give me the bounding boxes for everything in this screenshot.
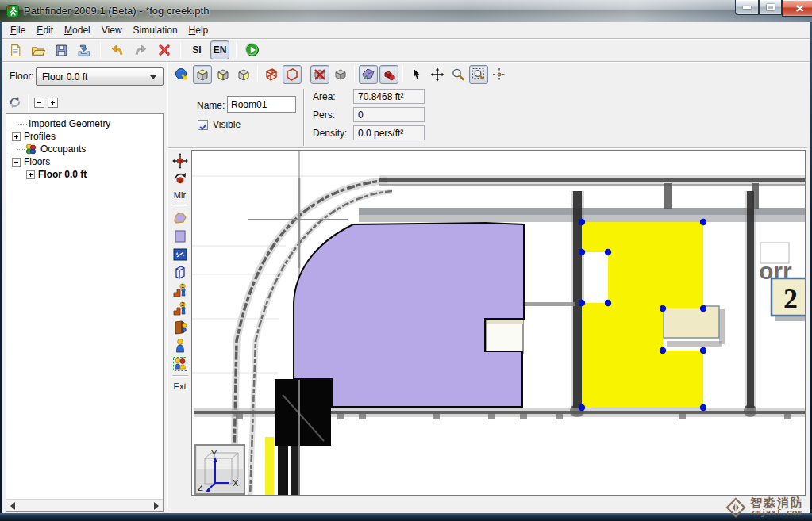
occupant-group-icon: [172, 356, 188, 372]
room-name-input[interactable]: [227, 96, 296, 113]
toolbar-separator: [28, 94, 29, 111]
stairs-tool-2[interactable]: 2: [171, 300, 190, 318]
application-window: Pathfinder 2009.1 (Beta) - *fog creek.pt…: [0, 0, 812, 521]
floorplan-canvas[interactable]: orr 2: [192, 151, 805, 495]
toolbar-separator: [100, 42, 101, 59]
door-tool[interactable]: [171, 318, 190, 336]
run-simulation-button[interactable]: [243, 40, 262, 59]
draw-rectangle-room-tool[interactable]: [171, 227, 190, 245]
tree-item-occupants[interactable]: Occupants: [17, 143, 86, 155]
mirror-tool[interactable]: Mir: [174, 188, 186, 202]
close-button[interactable]: [782, 0, 812, 17]
tree-item-imported-geometry[interactable]: Imported Geometry: [17, 117, 110, 130]
import-button[interactable]: [75, 40, 94, 59]
collapse-icon[interactable]: [12, 158, 21, 167]
wireframe-cube-icon: [264, 67, 279, 82]
occupant-icon: [172, 338, 188, 354]
delete-button[interactable]: [155, 40, 174, 59]
tree-horizontal-scrollbar[interactable]: [6, 499, 163, 511]
rectangle-room-icon: [172, 228, 188, 244]
title-bar[interactable]: Pathfinder 2009.1 (Beta) - *fog creek.pt…: [0, 0, 812, 22]
scroll-right-icon[interactable]: [154, 502, 159, 510]
minimize-icon: [743, 6, 751, 9]
palette-separator: [172, 205, 188, 206]
tree-item-floors[interactable]: Floors: [12, 155, 50, 168]
view-top-button[interactable]: [193, 65, 212, 84]
view-front-button[interactable]: [214, 65, 233, 84]
maximize-button[interactable]: [759, 0, 782, 15]
svg-text:1: 1: [181, 283, 184, 289]
delete-x-icon: [158, 44, 171, 56]
move-object-tool[interactable]: [171, 151, 190, 170]
rotate-object-tool[interactable]: [171, 170, 190, 188]
snap-point-tool-button[interactable]: [490, 65, 509, 84]
outline-view-button[interactable]: [283, 65, 302, 84]
stairs-icon: 2: [172, 301, 188, 317]
select-tool-button[interactable]: [407, 65, 426, 84]
expand-all-button[interactable]: [48, 98, 58, 108]
new-file-button[interactable]: [6, 40, 25, 59]
menu-model[interactable]: Model: [59, 23, 96, 38]
draw-polygon-room-tool[interactable]: [171, 209, 190, 227]
add-occupant-tool[interactable]: [171, 336, 190, 354]
occupants-group-icon: [25, 143, 37, 155]
add-occupant-group-tool[interactable]: [171, 354, 190, 373]
en-units-button[interactable]: EN: [210, 40, 229, 59]
menu-bar: File Edit Model View Simulation Help: [5, 23, 214, 38]
redo-button[interactable]: [131, 40, 151, 59]
extrude-box-icon: [172, 265, 188, 281]
expand-icon[interactable]: [12, 132, 21, 141]
toolbar-separator: [402, 66, 403, 82]
floor-select[interactable]: Floor 0.0 ft: [36, 67, 164, 86]
zoom-tool-button[interactable]: [448, 65, 468, 84]
move-arrows-icon: [430, 67, 444, 82]
undo-button[interactable]: [107, 40, 127, 59]
room-room01[interactable]: [294, 223, 524, 407]
draw-thin-room-tool[interactable]: [171, 245, 190, 263]
vertex-handle: [700, 305, 706, 312]
stairs-icon: 1: [172, 283, 188, 299]
tree-item-profiles[interactable]: Profiles: [12, 130, 56, 143]
collapse-all-button[interactable]: [34, 98, 44, 108]
properties-divider: [303, 89, 305, 146]
tree-item-floor-0[interactable]: Floor 0.0 ft: [26, 168, 87, 181]
visible-checkbox[interactable]: [198, 120, 208, 130]
palette-separator: [172, 375, 188, 377]
menu-edit[interactable]: Edit: [31, 23, 59, 38]
view-side-button[interactable]: [234, 65, 253, 84]
vertex-handle: [700, 219, 706, 225]
show-background-button[interactable]: [331, 65, 350, 84]
canvas-area[interactable]: orr 2: [191, 150, 806, 496]
menu-view[interactable]: View: [96, 23, 128, 38]
save-button[interactable]: [52, 40, 71, 59]
wireframe-view-button[interactable]: [262, 65, 281, 84]
extrude-room-tool[interactable]: [171, 263, 190, 282]
pan-tool-button[interactable]: [428, 65, 447, 84]
vertex-handle: [700, 404, 706, 411]
menu-help[interactable]: Help: [183, 23, 214, 38]
window-border-bottom: [0, 513, 812, 521]
tree-item-label: Occupants: [37, 144, 86, 155]
stairs-tool-1[interactable]: 1: [171, 282, 190, 300]
si-units-button[interactable]: SI: [187, 40, 206, 59]
cube-top-icon: [195, 67, 210, 82]
solid-cube-icon: [333, 67, 348, 82]
scroll-left-icon[interactable]: [10, 502, 15, 510]
extract-tool[interactable]: Ext: [174, 379, 187, 393]
divider: [168, 147, 807, 149]
tool-palette: Mir: [168, 150, 191, 496]
navigation-tree[interactable]: Imported Geometry Profiles Occupants Flo…: [6, 113, 164, 512]
move-object-icon: [172, 153, 188, 169]
show-objects-button[interactable]: [379, 65, 398, 84]
axis-y-label: Y: [211, 449, 217, 458]
open-file-button[interactable]: [29, 40, 48, 59]
expand-icon[interactable]: [26, 170, 35, 179]
orbit-view-button[interactable]: [172, 65, 191, 84]
refresh-tree-icon[interactable]: [8, 95, 22, 109]
show-rooms-button[interactable]: [359, 65, 378, 84]
minimize-button[interactable]: [735, 0, 759, 15]
menu-simulation[interactable]: Simulation: [128, 23, 183, 38]
menu-file[interactable]: File: [5, 23, 31, 38]
hide-background-button[interactable]: [310, 65, 329, 84]
zoom-box-tool-button[interactable]: [469, 65, 488, 84]
